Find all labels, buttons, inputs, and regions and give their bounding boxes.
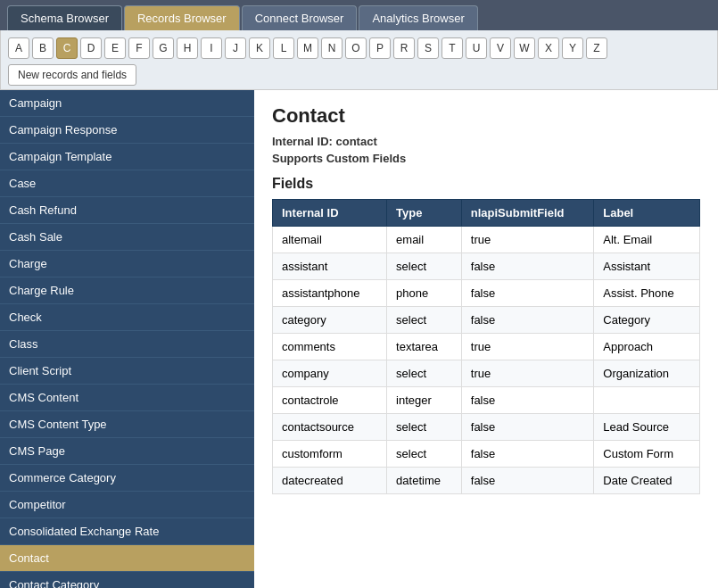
alpha-bar: ABCDEFGHIJKLMNOPRSTUVWXYZ [8, 37, 710, 59]
cell-nlapi: false [461, 307, 594, 334]
alpha-bar-container: ABCDEFGHIJKLMNOPRSTUVWXYZ New records an… [0, 30, 718, 90]
internal-id-label: Internal ID: contact [272, 135, 700, 148]
new-records-button[interactable]: New records and fields [8, 64, 136, 86]
sidebar-item-cash-sale[interactable]: Cash Sale [0, 224, 254, 251]
cell-internal_id: altemail [273, 227, 387, 253]
alpha-btn-b[interactable]: B [32, 37, 54, 59]
sidebar-item-check[interactable]: Check [0, 304, 254, 331]
table-header-row: Internal ID Type nlapiSubmitField Label [273, 200, 700, 227]
cell-type: email [387, 227, 462, 253]
cell-internal_id: contactrole [273, 387, 387, 414]
table-row: contactroleintegerfalse [273, 387, 700, 414]
cell-internal_id: customform [273, 441, 387, 468]
alpha-btn-z[interactable]: Z [586, 37, 607, 59]
alpha-btn-x[interactable]: X [538, 37, 559, 59]
alpha-btn-j[interactable]: J [225, 37, 246, 59]
fields-table: Internal ID Type nlapiSubmitField Label … [272, 199, 700, 494]
alpha-btn-f[interactable]: F [128, 37, 150, 59]
alpha-btn-m[interactable]: M [297, 37, 318, 59]
cell-internal_id: assistant [273, 253, 387, 280]
alpha-btn-c[interactable]: C [56, 37, 78, 59]
alpha-btn-k[interactable]: K [249, 37, 270, 59]
col-nlapi: nlapiSubmitField [461, 200, 594, 227]
alpha-btn-d[interactable]: D [80, 37, 102, 59]
tab-schema[interactable]: Schema Browser [7, 5, 122, 30]
alpha-btn-u[interactable]: U [466, 37, 487, 59]
cell-nlapi: true [461, 334, 594, 360]
cell-internal_id: company [273, 360, 387, 387]
alpha-btn-v[interactable]: V [490, 37, 511, 59]
alpha-btn-i[interactable]: I [201, 37, 222, 59]
cell-type: select [387, 441, 462, 468]
table-row: assistantselectfalseAssistant [273, 253, 700, 280]
cell-type: select [387, 253, 462, 280]
sidebar-item-campaign-response[interactable]: Campaign Response [0, 117, 254, 144]
cell-label: Organization [594, 360, 700, 387]
tab-analytics[interactable]: Analytics Browser [359, 5, 477, 30]
sidebar-item-cash-refund[interactable]: Cash Refund [0, 197, 254, 224]
sidebar: CampaignCampaign ResponseCampaign Templa… [0, 90, 254, 588]
sidebar-item-cms-content[interactable]: CMS Content [0, 385, 254, 411]
alpha-btn-t[interactable]: T [442, 37, 463, 59]
sidebar-item-contact[interactable]: Contact [0, 545, 254, 572]
table-row: customformselectfalseCustom Form [273, 441, 700, 468]
alpha-btn-e[interactable]: E [104, 37, 126, 59]
sidebar-item-charge[interactable]: Charge [0, 251, 254, 277]
cell-type: phone [387, 280, 462, 307]
table-row: commentstextareatrueApproach [273, 334, 700, 360]
table-row: companyselecttrueOrganization [273, 360, 700, 387]
cell-label: Lead Source [594, 414, 700, 441]
top-nav: Schema Browser Records Browser Connect B… [0, 0, 718, 30]
table-row: altemailemailtrueAlt. Email [273, 227, 700, 253]
cell-label: Category [594, 307, 700, 334]
alpha-btn-n[interactable]: N [321, 37, 342, 59]
alpha-btn-o[interactable]: O [345, 37, 367, 59]
supports-label: Supports Custom Fields [272, 152, 700, 165]
cell-nlapi: true [461, 227, 594, 253]
table-row: categoryselectfalseCategory [273, 307, 700, 334]
alpha-btn-p[interactable]: P [369, 37, 391, 59]
content-area: Contact Internal ID: contact Supports Cu… [254, 90, 718, 588]
sidebar-item-class[interactable]: Class [0, 331, 254, 358]
fields-heading: Fields [272, 176, 700, 192]
cell-label: Assistant [594, 253, 700, 280]
cell-internal_id: comments [273, 334, 387, 360]
cell-nlapi: false [461, 253, 594, 280]
sidebar-item-client-script[interactable]: Client Script [0, 358, 254, 385]
cell-label: Custom Form [594, 441, 700, 468]
alpha-btn-l[interactable]: L [273, 37, 294, 59]
col-type: Type [387, 200, 462, 227]
alpha-btn-a[interactable]: A [8, 37, 29, 59]
sidebar-item-campaign[interactable]: Campaign [0, 90, 254, 117]
sidebar-item-contact-category[interactable]: Contact Category [0, 572, 254, 588]
cell-type: datetime [387, 468, 462, 494]
cell-label: Approach [594, 334, 700, 360]
tab-connect[interactable]: Connect Browser [242, 5, 358, 30]
table-row: assistantphonephonefalseAssist. Phone [273, 280, 700, 307]
sidebar-item-consolidated-exchange-rate[interactable]: Consolidated Exchange Rate [0, 518, 254, 545]
cell-internal_id: assistantphone [273, 280, 387, 307]
col-internal-id: Internal ID [273, 200, 387, 227]
alpha-btn-s[interactable]: S [417, 37, 439, 59]
tab-records[interactable]: Records Browser [124, 5, 240, 30]
cell-label: Alt. Email [594, 227, 700, 253]
cell-label: Date Created [594, 468, 700, 494]
cell-nlapi: false [461, 280, 594, 307]
sidebar-item-cms-page[interactable]: CMS Page [0, 438, 254, 465]
cell-nlapi: false [461, 387, 594, 414]
sidebar-item-case[interactable]: Case [0, 170, 254, 197]
cell-internal_id: datecreated [273, 468, 387, 494]
alpha-btn-h[interactable]: H [177, 37, 198, 59]
sidebar-item-charge-rule[interactable]: Charge Rule [0, 277, 254, 304]
cell-type: select [387, 307, 462, 334]
sidebar-item-commerce-category[interactable]: Commerce Category [0, 465, 254, 492]
sidebar-item-cms-content-type[interactable]: CMS Content Type [0, 411, 254, 438]
sidebar-item-competitor[interactable]: Competitor [0, 492, 254, 518]
alpha-btn-y[interactable]: Y [562, 37, 583, 59]
alpha-btn-r[interactable]: R [393, 37, 415, 59]
sidebar-item-campaign-template[interactable]: Campaign Template [0, 144, 254, 170]
cell-nlapi: false [461, 468, 594, 494]
cell-internal_id: category [273, 307, 387, 334]
alpha-btn-w[interactable]: W [514, 37, 535, 59]
alpha-btn-g[interactable]: G [153, 37, 174, 59]
